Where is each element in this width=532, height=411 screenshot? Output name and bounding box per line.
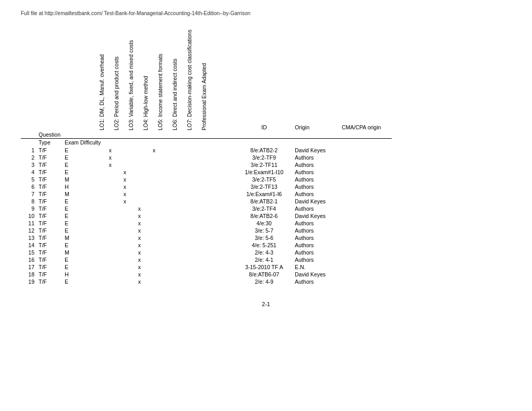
origin-col-header: Origin (293, 21, 340, 131)
table-row: 2T/FEx3/e:2-TF9Authors (21, 154, 392, 161)
table-row: 19T/FEx2/e: 4-9Authors (21, 278, 392, 285)
type-header-row: Type Exam Difficulty (21, 139, 392, 147)
fixed-header-row: Question (21, 131, 392, 139)
header-text: Full file at http://emailtestbank.com/ T… (21, 10, 511, 16)
table-row: 12T/FEx3/e: 5-7Authors (21, 227, 392, 234)
table-row: 16T/FEx2/e: 4-1Authors (21, 256, 392, 263)
cma-col-header: CMA/CPA origin (340, 21, 392, 131)
table-row: 10T/FEx8/e:ATB2-6David Keyes (21, 212, 392, 220)
table-row: 6T/FHx3/e:2-TF13Authors (21, 183, 392, 190)
table-row: 13T/FMx3/e: 5-6Authors (21, 234, 392, 241)
table-container: LO1: DM, DL, Manuf. overhead LO2: Period… (21, 21, 511, 285)
type-label: Type (37, 139, 63, 147)
rotated-header-row: LO1: DM, DL, Manuf. overhead LO2: Period… (21, 21, 392, 131)
table-row: 17T/FEx3-15-2010 TF AE.N. (21, 263, 392, 271)
table-row: 15T/FMx2/e: 4-3Authors (21, 249, 392, 256)
page-number: 2-1 (21, 301, 511, 307)
table-row: 8T/FEx8/e:ATB2-1David Keyes (21, 198, 392, 205)
table-row: 4T/FEx1/e:Exam#1-I10Authors (21, 168, 392, 176)
table-row: 11T/FEx4/e:30Authors (21, 220, 392, 227)
difficulty-label (63, 131, 220, 139)
table-row: 3T/FEx3/e:2-TF11Authors (21, 161, 392, 168)
table-row: 18T/FHx8/e:ATB6-07David Keyes (21, 271, 392, 278)
pea-header: Professional Exam Adapted (205, 21, 220, 131)
question-label: Question (37, 131, 63, 139)
main-table: LO1: DM, DL, Manuf. overhead LO2: Period… (21, 21, 392, 285)
exam-diff-label: Exam Difficulty (63, 139, 103, 147)
table-row: 1T/FExx8/e:ATB2-2David Keyes (21, 147, 392, 154)
table-row: 7T/FMx1/e:Exam#1-I6Authors (21, 190, 392, 198)
id-col-header: ID (235, 21, 293, 131)
page: Full file at http://emailtestbank.com/ T… (0, 0, 532, 411)
table-row: 5T/FMx3/e:2-TF5Authors (21, 176, 392, 183)
table-row: 9T/FEx3/e:2-TF4Authors (21, 205, 392, 212)
table-row: 14T/FEx4/e: 5-251Authors (21, 241, 392, 249)
